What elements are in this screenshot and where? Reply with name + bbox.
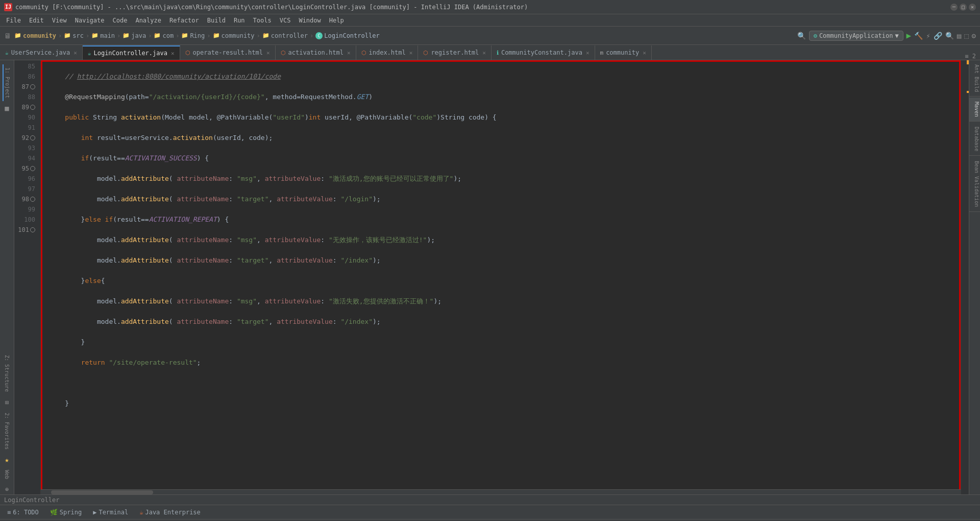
sidebar-favorites-tab[interactable]: 2: Favorites: [3, 410, 11, 453]
tab-close-communityconstant[interactable]: ✕: [586, 50, 590, 56]
right-tool-bean-validation[interactable]: Bean Validation: [969, 157, 981, 211]
run-config-button[interactable]: ⚙ CommunityApplication ▼: [809, 31, 903, 41]
tabs-bar: ☕ UserService.java ✕ ☕ LoginController.j…: [0, 45, 980, 60]
breakpoint-marker-92[interactable]: [30, 135, 35, 140]
tab-community-md[interactable]: m community ✕: [595, 45, 652, 60]
breakpoint-marker-98[interactable]: [30, 197, 35, 202]
build-button[interactable]: 🔨: [914, 32, 923, 40]
sidebar-structure-tab[interactable]: Z: Structure: [3, 352, 11, 395]
nav-bar: 🖥 📁 community › 📁 src › 📁 main › 📁 java …: [0, 27, 980, 45]
nav-community2[interactable]: 📁 community: [213, 32, 255, 39]
coverage-button[interactable]: ⚡: [926, 32, 930, 40]
menu-run[interactable]: Run: [230, 16, 249, 25]
breakpoint-marker-101[interactable]: [30, 227, 35, 232]
sidebar-web-tab[interactable]: Web: [3, 467, 11, 482]
breakpoint-marker-87[interactable]: [30, 84, 35, 89]
scrollbar-thumb[interactable]: [51, 490, 153, 494]
right-tool-database[interactable]: Database: [969, 123, 981, 156]
minimap: [961, 60, 969, 494]
nav-main[interactable]: 📁 main: [91, 32, 115, 39]
breakpoint-marker-89[interactable]: [30, 105, 35, 110]
minimize-button[interactable]: ─: [950, 4, 958, 11]
right-tool-ant-build[interactable]: Ant Build: [969, 60, 981, 97]
nav-logincontroller[interactable]: C LoginController: [315, 32, 379, 39]
tab-index[interactable]: ⬡ index.html ✕: [356, 45, 419, 60]
bottom-tab-spring[interactable]: 🌿 Spring: [45, 508, 87, 517]
menu-vcs[interactable]: VCS: [276, 16, 295, 25]
tab-logincontroller[interactable]: ☕ LoginController.java ✕: [83, 45, 180, 60]
right-tool-maven[interactable]: Maven: [969, 98, 981, 122]
tab-overflow[interactable]: ≡ 2: [961, 53, 980, 60]
code-editor[interactable]: // http://localhost:8080/community/activ…: [41, 60, 961, 494]
sidebar-web-icon[interactable]: ⊕: [2, 484, 12, 494]
menu-analyze[interactable]: Analyze: [131, 16, 165, 25]
tab-icon-index: ⬡: [361, 50, 366, 56]
sidebar-structure-icon[interactable]: ■: [2, 103, 12, 113]
tab-activation[interactable]: ⬡ activation.html ✕: [276, 45, 356, 60]
horizontal-scrollbar[interactable]: [41, 489, 961, 494]
window-controls[interactable]: ─ □ ✕: [950, 4, 976, 11]
tab-close-userservice[interactable]: ✕: [74, 50, 77, 56]
menu-window[interactable]: Window: [295, 16, 325, 25]
tab-register[interactable]: ⬡ register.html ✕: [418, 45, 492, 60]
sidebar-project-tab[interactable]: 1: Project: [3, 64, 11, 101]
menu-edit[interactable]: Edit: [25, 16, 48, 25]
status-bar: ⑃ 60:1 | CRLF : UTF-8 : 4 spaces | Event…: [0, 519, 980, 521]
menu-navigate[interactable]: Navigate: [71, 16, 109, 25]
menu-code[interactable]: Code: [109, 16, 132, 25]
nav-sep-7: ›: [257, 32, 260, 39]
project-icon: 🖥: [4, 32, 11, 40]
line-num-96: 96: [14, 174, 38, 184]
tab-icon-community-md: m: [600, 50, 604, 56]
nav-java[interactable]: 📁 java: [122, 32, 146, 39]
menu-view[interactable]: View: [48, 16, 71, 25]
profiler-button[interactable]: 🔗: [934, 32, 942, 40]
tab-communityconstant[interactable]: ℹ CommunityConstant.java ✕: [492, 45, 595, 60]
tab-close-activation[interactable]: ✕: [347, 50, 351, 56]
tab-userservice[interactable]: ☕ UserService.java ✕: [0, 45, 83, 60]
nav-ring[interactable]: 📁 Ring: [181, 32, 205, 39]
run-config-icon: ⚙: [814, 32, 817, 39]
menu-help[interactable]: Help: [325, 16, 348, 25]
code-line-87: public String activation(Model model, @P…: [49, 112, 961, 123]
tab-close-index[interactable]: ✕: [409, 50, 413, 56]
left-sidebar: 1: Project ■ Z: Structure ⊞ 2: Favorites…: [0, 60, 14, 494]
code-line-92: }else if(result==ACTIVATION_REPEAT) {: [49, 215, 961, 225]
settings-button[interactable]: ⚙: [972, 32, 976, 40]
close-button[interactable]: ✕: [969, 4, 976, 11]
tab-close-operate-result[interactable]: ✕: [266, 50, 270, 56]
nav-com[interactable]: 📁 com: [154, 32, 174, 39]
tools-button[interactable]: ▤: [957, 32, 961, 40]
breadcrumb-label: LoginController: [4, 496, 59, 504]
run-button[interactable]: ▶: [906, 31, 912, 40]
bottom-tab-todo[interactable]: ≡ 6: TODO: [2, 508, 44, 517]
maximize-button[interactable]: □: [960, 4, 967, 11]
breakpoint-marker-95[interactable]: [30, 166, 35, 171]
nav-controller-label: controller: [271, 32, 308, 39]
search2-icon[interactable]: 🔍: [945, 32, 954, 40]
nav-sep-4: ›: [148, 32, 152, 39]
window-button[interactable]: ⬚: [964, 32, 968, 40]
line-num-90: 90: [14, 112, 38, 123]
menu-refactor[interactable]: Refactor: [165, 16, 203, 25]
tab-label-index: index.html: [369, 49, 406, 56]
tab-close-community-md[interactable]: ✕: [643, 50, 646, 56]
sidebar-star-icon[interactable]: ★: [2, 455, 12, 465]
nav-src[interactable]: 📁 src: [64, 32, 84, 39]
search-icon[interactable]: 🔍: [797, 32, 806, 40]
line-num-91: 91: [14, 123, 38, 133]
sidebar-structure2-icon[interactable]: ⊞: [2, 397, 12, 408]
tab-close-logincontroller[interactable]: ✕: [171, 50, 175, 57]
nav-controller[interactable]: 📁 controller: [262, 32, 308, 39]
nav-community[interactable]: 📁 community: [14, 32, 56, 39]
code-line-99: return "/site/operate-result";: [49, 358, 961, 368]
bottom-tab-java-enterprise[interactable]: ☕ Java Enterprise: [134, 508, 206, 517]
code-line-85: // http://localhost:8080/community/activ…: [49, 72, 961, 82]
tab-icon-logincontroller: ☕: [88, 50, 91, 57]
menu-build[interactable]: Build: [203, 16, 230, 25]
bottom-tab-terminal[interactable]: ▶ Terminal: [88, 508, 133, 517]
tab-close-register[interactable]: ✕: [482, 50, 486, 56]
tab-operate-result[interactable]: ⬡ operate-result.html ✕: [180, 45, 276, 60]
menu-tools[interactable]: Tools: [249, 16, 276, 25]
menu-file[interactable]: File: [2, 16, 25, 25]
